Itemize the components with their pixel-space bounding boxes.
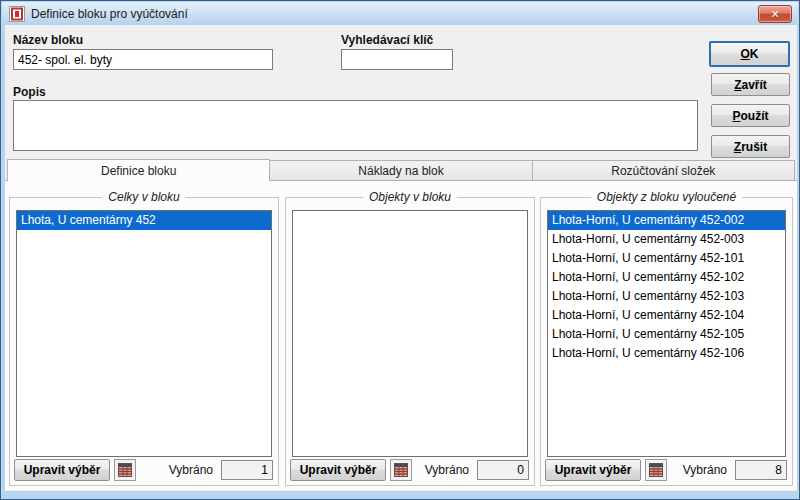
grid-selection-button[interactable] <box>390 459 412 481</box>
grid-icon <box>649 463 663 477</box>
grid-selection-button[interactable] <box>114 459 136 481</box>
list-item[interactable]: Lhota-Horní, U cementárny 452-003 <box>548 230 785 249</box>
tab-bar: Definice bloku Náklady na blok Rozúčtová… <box>7 159 795 181</box>
dialog-body: Název bloku Vyhledávací klíč OK Zavřít P… <box>5 25 797 491</box>
objekty-listbox[interactable] <box>292 210 528 457</box>
group-celky-v-bloku: Celky v bloku Lhota, U cementárny 452 Up… <box>9 197 279 486</box>
group-title: Objekty z bloku vyloučené <box>591 190 742 204</box>
tab-naklady-na-blok[interactable]: Náklady na blok <box>270 160 532 181</box>
edit-selection-button[interactable]: Upravit výběr <box>545 459 641 481</box>
grid-icon <box>394 463 408 477</box>
edit-selection-button[interactable]: Upravit výběr <box>290 459 386 481</box>
selected-count-label: Vybráno <box>683 463 727 477</box>
edit-selection-button[interactable]: Upravit výběr <box>14 459 110 481</box>
vyloucene-listbox[interactable]: Lhota-Horní, U cementárny 452-002Lhota-H… <box>547 210 786 457</box>
list-item[interactable]: Lhota-Horní, U cementárny 452-104 <box>548 306 785 325</box>
celky-listbox[interactable]: Lhota, U cementárny 452 <box>16 210 272 457</box>
description-label: Popis <box>13 85 46 99</box>
search-key-input[interactable] <box>341 49 453 70</box>
group-objekty-vyloucene: Objekty z bloku vyloučené Lhota-Horní, U… <box>540 197 793 486</box>
group-title: Celky v bloku <box>102 190 185 204</box>
selected-count-label: Vybráno <box>425 463 469 477</box>
dialog-window: Definice bloku pro vyúčtování ✕ Název bl… <box>0 0 800 500</box>
list-item[interactable]: Lhota-Horní, U cementárny 452-101 <box>548 249 785 268</box>
ok-button[interactable]: OK <box>709 41 790 67</box>
selected-count-value: 1 <box>221 460 273 480</box>
list-item[interactable]: Lhota-Horní, U cementárny 452-106 <box>548 344 785 363</box>
window-title: Definice bloku pro vyúčtování <box>31 7 188 21</box>
name-input[interactable] <box>13 49 273 70</box>
tab-definice-bloku[interactable]: Definice bloku <box>7 159 270 181</box>
selected-count-label: Vybráno <box>169 463 213 477</box>
tab-rozuctovani-slozek[interactable]: Rozúčtování složek <box>533 160 795 181</box>
group-footer: Upravit výběr Vybráno 0 <box>290 459 529 481</box>
app-icon <box>9 6 25 22</box>
list-item[interactable]: Lhota-Horní, U cementárny 452-105 <box>548 325 785 344</box>
name-label: Název bloku <box>13 33 83 47</box>
close-icon: ✕ <box>770 9 779 20</box>
selected-count-value: 8 <box>735 460 787 480</box>
group-footer: Upravit výběr Vybráno 8 <box>545 459 787 481</box>
tab-content: Celky v bloku Lhota, U cementárny 452 Up… <box>5 180 797 490</box>
selected-count-value: 0 <box>477 460 529 480</box>
list-item[interactable]: Lhota-Horní, U cementárny 452-103 <box>548 287 785 306</box>
grid-selection-button[interactable] <box>645 459 667 481</box>
group-title: Objekty v bloku <box>363 190 457 204</box>
list-item[interactable]: Lhota, U cementárny 452 <box>17 211 271 230</box>
close-dialog-button[interactable]: Zavřít <box>711 73 790 96</box>
grid-icon <box>118 463 132 477</box>
description-textarea[interactable] <box>13 100 698 151</box>
title-bar[interactable]: Definice bloku pro vyúčtování ✕ <box>2 2 798 25</box>
list-item[interactable]: Lhota-Horní, U cementárny 452-102 <box>548 268 785 287</box>
close-button[interactable]: ✕ <box>758 5 792 23</box>
group-objekty-v-bloku: Objekty v bloku Upravit výběr <box>285 197 535 486</box>
search-key-label: Vyhledávací klíč <box>341 33 433 47</box>
list-item[interactable]: Lhota-Horní, U cementárny 452-002 <box>548 211 785 230</box>
cancel-button[interactable]: Zrušit <box>711 135 790 158</box>
group-footer: Upravit výběr Vybráno 1 <box>14 459 273 481</box>
apply-button[interactable]: Použít <box>711 104 790 127</box>
